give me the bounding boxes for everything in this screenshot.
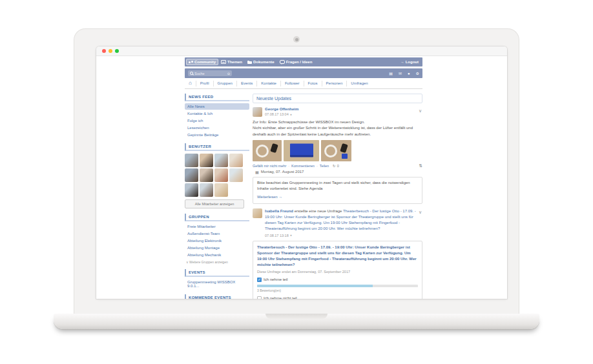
nav-label: Themen bbox=[227, 60, 242, 64]
show-more-groups-link[interactable]: ∨ Weitere Gruppen anzeigen bbox=[185, 259, 249, 264]
sidebar-item-folge-ich[interactable]: Folge ich bbox=[185, 117, 249, 124]
post-image-gallery bbox=[253, 140, 422, 161]
toolbar-icons: ▤ ✉ ● ⚙ bbox=[389, 71, 419, 76]
post-author-link[interactable]: George Offenheim bbox=[265, 107, 298, 111]
search-input[interactable] bbox=[194, 72, 226, 76]
globe-icon[interactable]: ● bbox=[408, 72, 410, 76]
events-section: EVENTS Gruppenmeeting WISSBOX 9.0.1... bbox=[185, 269, 249, 289]
home-icon[interactable]: ⌂ bbox=[185, 81, 196, 86]
sidebar-item-event[interactable]: Gruppenmeeting WISSBOX 9.0.1... bbox=[185, 279, 249, 289]
close-window-button[interactable] bbox=[102, 49, 106, 53]
user-avatar[interactable] bbox=[185, 154, 198, 167]
briefcase-icon[interactable]: ▤ bbox=[389, 71, 393, 76]
logout-button[interactable]: → Logout bbox=[398, 59, 421, 65]
poll-widget: Theaterbesuch - Der lustige Otto - 17.09… bbox=[253, 241, 422, 299]
sidebar-item-alle-news[interactable]: Alle News bbox=[185, 103, 249, 110]
avatar[interactable] bbox=[253, 208, 262, 218]
photo-cable-adapter[interactable] bbox=[253, 140, 282, 161]
tab-gruppen[interactable]: Gruppen bbox=[214, 81, 237, 86]
main-navbar: Community Themen Dokumente Fragen / Idee… bbox=[185, 57, 422, 66]
privacy-globe-icon: ● bbox=[290, 233, 292, 238]
browser-window: Community Themen Dokumente Fragen / Idee… bbox=[96, 46, 507, 299]
nav-tab-fragen-ideen[interactable]: Fragen / Ideen bbox=[277, 59, 315, 65]
community-app: Community Themen Dokumente Fragen / Idee… bbox=[185, 57, 422, 299]
tab-profil[interactable]: Profil bbox=[196, 81, 214, 86]
tab-fotos[interactable]: Fotos bbox=[304, 81, 322, 86]
checkbox-checked-icon[interactable]: ✓ bbox=[257, 278, 262, 282]
sidebar-item-lesezeichen[interactable]: Lesezeichen bbox=[185, 125, 249, 131]
user-avatar[interactable] bbox=[214, 168, 228, 182]
checkbox-unchecked-icon[interactable] bbox=[257, 296, 262, 299]
logout-icon: → bbox=[401, 60, 404, 64]
news-feed-section: NEWS FEED Alle News Kontakte & Ich Folge… bbox=[185, 94, 249, 138]
unlike-link[interactable]: Gefällt mir nicht mehr bbox=[253, 164, 286, 168]
post-timestamp: 07.08.17 13:18 bbox=[265, 233, 289, 238]
profile-subnav: ⌂ Profil Gruppen Events Kontakte Followe… bbox=[185, 78, 422, 89]
sidebar-item-abteilung-mechanik[interactable]: Abteilung Mechanik bbox=[185, 252, 249, 258]
post-options-chevron-icon[interactable]: ∨ bbox=[419, 108, 422, 114]
gruppen-section: GRUPPEN Freie Mitarbeiter Außendienst-Te… bbox=[185, 214, 249, 264]
feed-header: Neueste Updates bbox=[253, 94, 422, 103]
user-avatar[interactable] bbox=[200, 168, 213, 182]
user-avatar[interactable] bbox=[229, 168, 243, 182]
user-avatar[interactable] bbox=[214, 154, 228, 167]
comment-link[interactable]: Kommentieren bbox=[291, 164, 315, 168]
user-avatar[interactable] bbox=[229, 154, 243, 167]
poll-option-yes: ✓ Ich nehme teil bbox=[257, 278, 418, 282]
photo-blue-box[interactable] bbox=[284, 140, 319, 161]
settings-icon[interactable]: ⚙ bbox=[416, 71, 419, 76]
news-feed-header: NEWS FEED bbox=[185, 94, 249, 101]
tab-umfragen[interactable]: Umfragen bbox=[347, 81, 371, 86]
user-avatar[interactable] bbox=[214, 183, 228, 197]
nav-tab-community[interactable]: Community bbox=[186, 59, 218, 65]
nav-tab-dokumente[interactable]: Dokumente bbox=[245, 59, 277, 65]
search-toolbar: ⊙ ▤ ✉ ● ⚙ bbox=[185, 68, 422, 78]
mail-icon[interactable]: ✉ bbox=[399, 71, 402, 76]
left-sidebar: NEWS FEED Alle News Kontakte & Ich Folge… bbox=[185, 94, 249, 299]
user-avatar[interactable] bbox=[200, 183, 213, 197]
tab-kontakte[interactable]: Kontakte bbox=[257, 81, 281, 86]
sidebar-item-gepinnte-beitraege[interactable]: Gepinnte Beiträge bbox=[185, 132, 249, 138]
logout-label: Logout bbox=[406, 60, 419, 64]
sidebar-item-abteilung-montage[interactable]: Abteilung Montage bbox=[185, 245, 249, 251]
post-timestamp: 07.08.17 13:04 bbox=[265, 112, 289, 116]
user-avatar[interactable] bbox=[200, 154, 213, 167]
tab-events[interactable]: Events bbox=[237, 81, 257, 86]
user-avatar[interactable] bbox=[185, 183, 198, 197]
date-divider: Montag, 07. August 2017 bbox=[261, 170, 304, 174]
minimize-window-button[interactable] bbox=[109, 49, 112, 53]
laptop-base-notch bbox=[265, 314, 328, 319]
laptop-screen: Community Themen Dokumente Fragen / Idee… bbox=[74, 28, 519, 314]
nav-label: Dokumente bbox=[253, 60, 275, 64]
sidebar-item-freie-mitarbeiter[interactable]: Freie Mitarbeiter bbox=[185, 223, 249, 230]
pinned-comment-box: Bitte beachtet das Gruppenmeeting in zwe… bbox=[253, 177, 422, 204]
blue-box-shape bbox=[290, 144, 313, 157]
sidebar-item-abteilung-elektronik[interactable]: Abteilung Elektronik bbox=[185, 238, 249, 244]
search-input-wrapper: ⊙ bbox=[188, 70, 232, 76]
user-avatar[interactable] bbox=[185, 168, 198, 182]
post-author-link[interactable]: Isabella Freund bbox=[265, 209, 293, 213]
sidebar-item-kontakte-ich[interactable]: Kontakte & Ich bbox=[185, 110, 249, 117]
webcam-icon bbox=[293, 36, 300, 43]
separator: · bbox=[317, 164, 318, 168]
post-options-chevron-icon[interactable]: ∨ bbox=[419, 210, 422, 215]
maximize-window-button[interactable] bbox=[115, 49, 119, 53]
poll-end-note: Diese Umfrage endet am Donnerstag, 07. S… bbox=[257, 270, 418, 274]
tab-personen[interactable]: Personen bbox=[322, 81, 348, 86]
read-more-link[interactable]: Weiterlesen → bbox=[257, 194, 418, 201]
timeline-filter-icon[interactable]: ⇅ bbox=[419, 163, 422, 168]
poll-votes-yes: 3 Bewertung(en) bbox=[257, 288, 418, 292]
poll-bar-fill bbox=[257, 285, 373, 287]
clear-search-icon[interactable]: ⊙ bbox=[227, 72, 230, 76]
sidebar-item-aussendienst-team[interactable]: Außendienst-Team bbox=[185, 230, 249, 237]
photo-cable-adapter-box[interactable] bbox=[321, 140, 351, 161]
comment-text: Bitte beachtet das Gruppenmeeting in zwe… bbox=[257, 180, 418, 192]
adapter-shape bbox=[340, 143, 348, 153]
share-icon: ↻ bbox=[333, 164, 336, 168]
benutzer-avatar-grid bbox=[185, 153, 249, 199]
avatar[interactable] bbox=[253, 107, 262, 117]
nav-tab-themen[interactable]: Themen bbox=[218, 59, 245, 65]
share-link[interactable]: Teilen bbox=[320, 164, 329, 168]
tab-follower[interactable]: Follower bbox=[281, 81, 304, 86]
show-all-users-button[interactable]: Alle Mitarbeiter anzeigen bbox=[185, 199, 244, 208]
